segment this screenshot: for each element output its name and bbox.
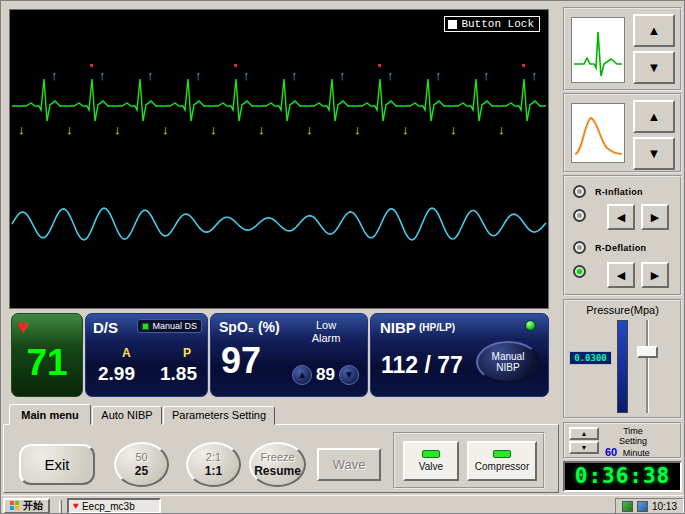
tab-parameters-setting[interactable]: Parameters Setting [163, 406, 275, 425]
assist-ratio-button[interactable]: 2:1 1:1 [186, 442, 241, 487]
ds-p-value: 1.85 [160, 363, 197, 385]
svg-text:↓: ↓ [498, 122, 505, 137]
button-lock-toggle[interactable]: Button Lock [444, 16, 540, 32]
manual-ds-label: Manual DS [152, 321, 197, 331]
alarm-down-button[interactable]: ▼ [339, 365, 359, 385]
pulse-thumbnail [571, 103, 625, 163]
freeze-label: Freeze [260, 451, 294, 464]
svg-text:↑: ↑ [243, 68, 250, 83]
svg-text:↓: ↓ [18, 122, 25, 137]
ecg-gain-up-button[interactable]: ▲ [633, 14, 675, 47]
ds-p-label: P [183, 346, 191, 360]
resume-label: Resume [254, 464, 301, 478]
ecg-thumbnail-trace [572, 18, 624, 82]
pressure-value: 0.0300 [569, 351, 612, 365]
freeze-resume-button[interactable]: Freeze Resume [249, 442, 306, 487]
triangle-down-icon: ▼ [581, 444, 588, 451]
heart-rate-value: 71 [12, 342, 82, 384]
time-setting-label: Time Setting [609, 426, 657, 447]
tab-main-menu[interactable]: Main menu [9, 404, 91, 425]
taskbar-grip[interactable] [59, 500, 62, 513]
compressor-button[interactable]: Compressor [467, 441, 537, 481]
paper-speed-button[interactable]: 50 25 [114, 442, 169, 487]
valve-button[interactable]: Valve [403, 441, 459, 481]
ds-a-value: 2.99 [98, 363, 135, 385]
waveform-traces: ↓↑↓↑↓↑↓↑↓↑↓↑↓↑↓↑↓↑↓↑↓↑ [10, 10, 548, 308]
start-label: 开始 [23, 499, 43, 513]
svg-text:↑: ↑ [483, 68, 490, 83]
pulse-thumbnail-trace [572, 104, 624, 162]
heart-rate-panel: ♥ 71 [11, 313, 83, 397]
button-lock-checkbox-icon [448, 20, 457, 29]
taskbar-app-button[interactable]: ♥ Eecp_mc3b [67, 498, 161, 514]
ecg-gain-box: ▲ ▼ [563, 7, 682, 91]
manual-nibp-label-line1: Manual [478, 351, 538, 362]
wave-button[interactable]: Wave [317, 448, 381, 481]
app-window: ↓↑↓↑↓↑↓↑↓↑↓↑↓↑↓↑↓↑↓↑↓↑ Button Lock ♥ 71 … [0, 0, 685, 514]
spo2-title: SpO₂ (%) [219, 319, 280, 335]
svg-text:↑: ↑ [51, 68, 58, 83]
tab-auto-nibp[interactable]: Auto NIBP [92, 406, 162, 425]
pulse-gain-up-button[interactable]: ▲ [633, 100, 675, 133]
manual-nibp-button[interactable]: Manual NIBP [476, 341, 540, 383]
ecg-gain-down-button[interactable]: ▼ [633, 51, 675, 84]
ecg-thumbnail [571, 17, 625, 83]
svg-text:↓: ↓ [66, 122, 73, 137]
ds-title: D/S [93, 319, 118, 336]
treatment-clock: 0:36:38 [563, 461, 682, 492]
valve-led-icon [422, 450, 440, 458]
waveform-display: ↓↑↓↑↓↑↓↑↓↑↓↑↓↑↓↑↓↑↓↑↓↑ Button Lock [9, 9, 549, 309]
spo2-value: 97 [221, 340, 261, 382]
time-down-button[interactable]: ▼ [569, 441, 599, 454]
nibp-subtitle: (HP/LP) [419, 322, 455, 333]
triangle-left-icon: ◀ [617, 269, 625, 282]
nibp-value: 112 / 77 [381, 352, 463, 379]
start-button[interactable]: 开始 [3, 498, 50, 514]
triangle-down-icon: ▼ [648, 60, 661, 75]
time-setting-value-row: 60 Minute [605, 446, 650, 458]
svg-text:↓: ↓ [354, 122, 361, 137]
r-deflation-right-button[interactable]: ▶ [641, 262, 669, 288]
clock-value: 0:36:38 [565, 463, 680, 489]
compressor-label: Compressor [475, 461, 529, 472]
valve-label: Valve [419, 461, 443, 472]
r-deflation-left-button[interactable]: ◀ [607, 262, 635, 288]
time-setting-unit: Minute [623, 448, 650, 458]
svg-text:↓: ↓ [210, 122, 217, 137]
tray-clock: 10:13 [652, 501, 677, 512]
ds-a-label: A [122, 346, 131, 360]
ratio-option-2-1: 2:1 [206, 451, 221, 464]
ds-panel: D/S Manual DS A P 2.99 1.85 [85, 313, 208, 397]
taskbar-app-label: Eecp_mc3b [82, 501, 135, 512]
exit-button[interactable]: Exit [19, 444, 95, 485]
alarm-limit-value: 89 [316, 365, 335, 385]
triangle-down-icon: ▼ [648, 146, 661, 161]
svg-text:↑: ↑ [531, 68, 538, 83]
r-inflation-label: R-Inflation [595, 187, 643, 197]
nibp-panel: NIBP (HP/LP) 112 / 77 Manual NIBP [370, 313, 549, 397]
triangle-down-icon: ▼ [344, 370, 354, 380]
r-inflation-right-button[interactable]: ▶ [641, 204, 669, 230]
triangle-up-icon: ▲ [648, 109, 661, 124]
low-alarm-label-line1: Low [299, 319, 353, 331]
time-up-button[interactable]: ▲ [569, 427, 599, 440]
time-setting-box: ▲ ▼ Time Setting 60 Minute [563, 422, 682, 459]
tray-input-icon[interactable] [637, 501, 648, 512]
svg-text:↑: ↑ [195, 68, 202, 83]
manual-ds-button[interactable]: Manual DS [137, 319, 202, 333]
pulse-gain-down-button[interactable]: ▼ [633, 137, 675, 170]
time-setting-value: 60 [605, 446, 617, 458]
triangle-left-icon: ◀ [617, 211, 625, 224]
pressure-title: Pressure(Mpa) [565, 304, 680, 316]
r-timing-box: R-Inflation ◀ ▶ R-Deflation ◀ ▶ [563, 175, 682, 296]
alarm-limit-controls: ▲ 89 ▼ [292, 365, 359, 385]
wave-label: Wave [333, 457, 366, 472]
pressure-slider-thumb[interactable] [637, 346, 658, 358]
pressure-slider-track[interactable] [646, 320, 649, 413]
r-inflation-left-button[interactable]: ◀ [607, 204, 635, 230]
nibp-title: NIBP [380, 319, 416, 336]
triangle-right-icon: ▶ [651, 269, 659, 282]
tray-status-icon[interactable] [622, 501, 633, 512]
alarm-up-button[interactable]: ▲ [292, 365, 312, 385]
speed-option-50: 50 [135, 451, 147, 464]
